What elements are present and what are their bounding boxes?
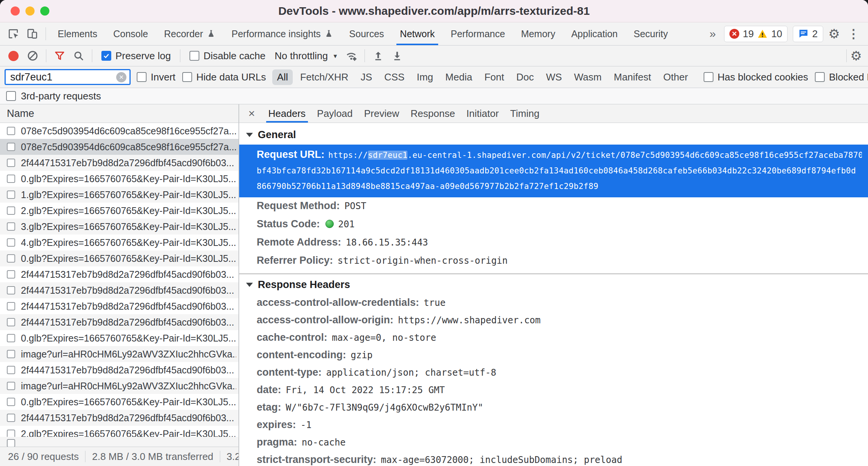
clear-filter-icon[interactable]: × bbox=[116, 72, 126, 82]
export-har-icon[interactable] bbox=[388, 47, 407, 65]
request-checkbox[interactable] bbox=[7, 238, 15, 247]
network-conditions-icon[interactable] bbox=[342, 47, 361, 65]
detail-tab-payload[interactable]: Payload bbox=[311, 104, 358, 123]
filter-type-manifest[interactable]: Manifest bbox=[609, 69, 656, 85]
filter-type-media[interactable]: Media bbox=[440, 69, 477, 85]
request-checkbox[interactable] bbox=[7, 127, 15, 135]
request-row[interactable]: 2f444715317eb7b9d8d2a7296dfbf45acd90f6b0… bbox=[0, 314, 238, 330]
response-headers-section-header[interactable]: Response Headers bbox=[239, 274, 868, 293]
disable-cache-checkbox[interactable] bbox=[189, 51, 199, 61]
request-checkbox[interactable] bbox=[7, 302, 15, 310]
filter-type-ws[interactable]: WS bbox=[541, 69, 567, 85]
network-settings-gear-icon[interactable]: ⚙ bbox=[851, 49, 862, 62]
request-row[interactable]: 2f444715317eb7b9d8d2a7296dfbf45acd90f6b0… bbox=[0, 282, 238, 298]
filter-funnel-icon[interactable] bbox=[50, 47, 69, 65]
tab-network[interactable]: Network bbox=[392, 22, 443, 45]
issues-badge[interactable]: 2 bbox=[793, 26, 823, 42]
detail-tab-response[interactable]: Response bbox=[405, 104, 461, 123]
tab-memory[interactable]: Memory bbox=[513, 22, 563, 45]
request-checkbox[interactable] bbox=[7, 143, 15, 151]
tab-recorder[interactable]: Recorder bbox=[156, 22, 224, 45]
request-row[interactable]: 2f444715317eb7b9d8d2a7296dfbf45acd90f6b0… bbox=[0, 362, 238, 378]
request-row[interactable]: image?url=aHR0cHM6Ly92aWV3ZXIuc2hhcGVka.… bbox=[0, 346, 238, 362]
has-blocked-cookies-checkbox[interactable] bbox=[704, 72, 713, 82]
request-row[interactable]: 2.glb?Expires=1665760765&Key-Pair-Id=K30… bbox=[0, 426, 238, 437]
request-row[interactable]: 2f444715317eb7b9d8d2a7296dfbf45acd90f6b0… bbox=[0, 298, 238, 314]
blocked-requests-toggle[interactable]: Blocked Requests bbox=[815, 71, 868, 83]
request-row[interactable]: 0.glb?Expires=1665760765&Key-Pair-Id=K30… bbox=[0, 250, 238, 266]
disable-cache-toggle[interactable]: Disable cache bbox=[189, 50, 265, 62]
tab-performance[interactable]: Performance bbox=[443, 22, 513, 45]
third-party-checkbox[interactable] bbox=[6, 91, 16, 101]
tab-application[interactable]: Application bbox=[563, 22, 625, 45]
request-checkbox[interactable] bbox=[7, 366, 15, 374]
filter-type-js[interactable]: JS bbox=[356, 69, 377, 85]
inspect-element-icon[interactable] bbox=[4, 25, 23, 43]
request-checkbox[interactable] bbox=[7, 334, 15, 342]
detail-tab-timing[interactable]: Timing bbox=[505, 104, 545, 123]
has-blocked-cookies-toggle[interactable]: Has blocked cookies bbox=[704, 71, 808, 83]
request-checkbox[interactable] bbox=[7, 398, 15, 406]
close-window-button[interactable] bbox=[11, 6, 20, 16]
throttling-select[interactable]: No throttling ▼ bbox=[275, 50, 338, 62]
request-row[interactable]: 0.glb?Expires=1665760765&Key-Pair-Id=K30… bbox=[0, 394, 238, 410]
settings-gear-icon[interactable]: ⚙ bbox=[829, 27, 840, 40]
request-checkbox[interactable] bbox=[7, 350, 15, 358]
more-tabs-icon[interactable]: » bbox=[707, 27, 719, 40]
request-checkbox[interactable] bbox=[7, 318, 15, 326]
request-row[interactable]: 3.glb?Expires=1665760765&Key-Pair-Id=K30… bbox=[0, 219, 238, 235]
filter-type-other[interactable]: Other bbox=[658, 69, 693, 85]
request-checkbox[interactable] bbox=[7, 270, 15, 279]
preserve-log-checkbox[interactable] bbox=[101, 51, 111, 61]
zoom-window-button[interactable] bbox=[40, 6, 49, 16]
filter-type-css[interactable]: CSS bbox=[379, 69, 409, 85]
invert-checkbox[interactable] bbox=[137, 72, 147, 82]
hide-data-urls-toggle[interactable]: Hide data URLs bbox=[182, 71, 266, 83]
import-har-icon[interactable] bbox=[369, 47, 388, 65]
tab-security[interactable]: Security bbox=[626, 22, 676, 45]
general-section-header[interactable]: General bbox=[239, 123, 868, 145]
request-checkbox[interactable] bbox=[7, 206, 15, 215]
detail-tab-headers[interactable]: Headers bbox=[263, 104, 311, 123]
request-row[interactable]: 0.glb?Expires=1665760765&Key-Pair-Id=K30… bbox=[0, 171, 238, 187]
filter-type-fetch-xhr[interactable]: Fetch/XHR bbox=[295, 69, 353, 85]
request-url-row[interactable]: Request URL:https://sdr7euc1.eu-central-… bbox=[239, 145, 868, 197]
filter-type-wasm[interactable]: Wasm bbox=[569, 69, 607, 85]
request-row[interactable]: 2f444715317eb7b9d8d2a7296dfbf45acd90f6b0… bbox=[0, 266, 238, 282]
request-checkbox[interactable] bbox=[7, 159, 15, 167]
request-checkbox[interactable] bbox=[7, 175, 15, 183]
detail-tab-initiator[interactable]: Initiator bbox=[461, 104, 504, 123]
request-row[interactable]: 1.glb?Expires=1665760765&Key-Pair-Id=K30… bbox=[0, 187, 238, 203]
hide-data-urls-checkbox[interactable] bbox=[182, 72, 192, 82]
request-row[interactable]: 0.glb?Expires=1665760765&Key-Pair-Id=K30… bbox=[0, 330, 238, 346]
request-row[interactable]: 2f444715317eb7b9d8d2a7296dfbf45acd90f6b0… bbox=[0, 155, 238, 171]
tab-elements[interactable]: Elements bbox=[50, 22, 105, 45]
request-checkbox[interactable] bbox=[7, 430, 15, 437]
request-checkbox[interactable] bbox=[7, 382, 15, 390]
request-row[interactable]: 4.glb?Expires=1665760765&Key-Pair-Id=K30… bbox=[0, 235, 238, 250]
console-status-badge[interactable]: ✕ 19 10 bbox=[724, 26, 788, 42]
filter-type-doc[interactable]: Doc bbox=[511, 69, 539, 85]
request-checkbox[interactable] bbox=[7, 286, 15, 294]
close-icon[interactable]: × bbox=[244, 107, 260, 120]
search-icon[interactable] bbox=[69, 47, 88, 65]
request-checkbox[interactable] bbox=[7, 414, 15, 422]
filter-input[interactable]: sdr7euc1 × bbox=[5, 69, 131, 85]
preserve-log-toggle[interactable]: Preserve log bbox=[101, 50, 171, 62]
request-row[interactable]: image?url=aHR0cHM6Ly92aWV3ZXIuc2hhcGVka.… bbox=[0, 378, 238, 394]
request-checkbox[interactable] bbox=[7, 254, 15, 263]
tab-sources[interactable]: Sources bbox=[341, 22, 392, 45]
minimize-window-button[interactable] bbox=[25, 6, 35, 16]
request-checkbox[interactable] bbox=[7, 190, 15, 199]
request-row-partial[interactable] bbox=[0, 437, 238, 447]
more-options-icon[interactable]: ⋮ bbox=[845, 27, 862, 41]
device-toolbar-icon[interactable] bbox=[23, 25, 42, 43]
request-checkbox[interactable] bbox=[7, 222, 15, 231]
name-column-header[interactable]: Name bbox=[0, 104, 238, 123]
clear-network-log-icon[interactable] bbox=[23, 47, 42, 65]
detail-tab-preview[interactable]: Preview bbox=[358, 104, 405, 123]
request-row[interactable]: 078e7c5d903954d6c609ca85ce98f16ce955cf27… bbox=[0, 139, 238, 155]
filter-type-font[interactable]: Font bbox=[480, 69, 509, 85]
tab-performance-insights[interactable]: Performance insights bbox=[224, 22, 341, 45]
invert-toggle[interactable]: Invert bbox=[137, 71, 175, 83]
